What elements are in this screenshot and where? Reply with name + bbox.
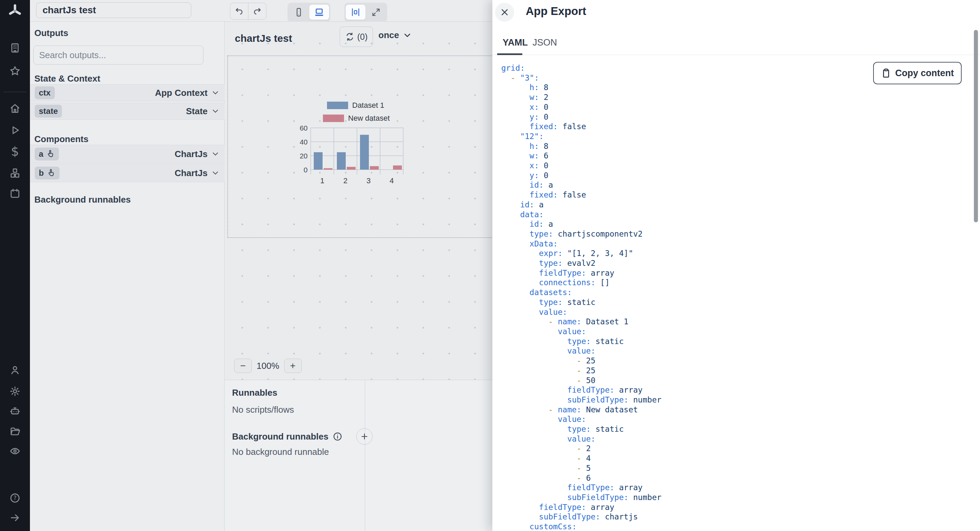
component-b-id: b — [39, 168, 44, 178]
chartjs-bar-chart: Dataset 1New dataset02040601234 — [297, 99, 412, 184]
windmill-logo[interactable] — [8, 3, 22, 18]
panel-divider — [365, 380, 365, 531]
search-outputs-input[interactable] — [33, 46, 204, 65]
component-a-badge: a — [35, 147, 59, 160]
refresh-button[interactable]: (0) — [340, 27, 373, 47]
hand-pointer-icon — [47, 169, 56, 178]
state-type-label: State — [186, 106, 208, 117]
eye-icon — [9, 445, 21, 457]
yaml-code-block: grid: - "3": h: 8 w: 2 x: 0 y: 0 fixed: … — [501, 63, 875, 531]
svg-text:3: 3 — [366, 176, 371, 184]
building-icon — [9, 42, 21, 54]
resources-button[interactable] — [9, 167, 21, 179]
robot-icon — [9, 405, 21, 417]
runnables-title: Runnables — [232, 388, 277, 398]
components-title: Components — [34, 134, 89, 144]
zoom-out-button[interactable]: − — [234, 359, 252, 373]
chevron-down-icon — [211, 107, 220, 116]
scrollbar-thumb[interactable] — [974, 30, 978, 222]
state-badge: state — [35, 105, 62, 117]
clipboard-icon — [881, 68, 891, 78]
refresh-mode-label: once — [379, 30, 399, 40]
outputs-panel: Outputs State & Context ctx App Context … — [30, 22, 224, 531]
background-runnables-title: Background runnables — [232, 431, 328, 442]
ctx-type-label: App Context — [155, 88, 208, 98]
canvas-app-title: chartJs test — [235, 33, 292, 44]
tab-json[interactable]: JSON — [533, 37, 557, 48]
refresh-mode-dropdown[interactable]: once — [379, 30, 412, 40]
collapse-rail-button[interactable] — [9, 512, 21, 523]
tab-yaml[interactable]: YAML — [503, 37, 528, 48]
redo-icon — [252, 6, 262, 16]
drawer-title: App Export — [526, 5, 586, 18]
background-runnables-title: Background runnables — [34, 195, 130, 205]
workspace-button[interactable] — [9, 42, 21, 54]
add-background-runnable-button[interactable] — [356, 428, 372, 445]
app-title-input[interactable] — [36, 2, 191, 18]
schedules-button[interactable] — [9, 188, 21, 199]
runs-button[interactable] — [9, 124, 21, 136]
redo-button[interactable] — [248, 3, 266, 19]
expand-icon — [371, 7, 381, 17]
hand-pointer-icon — [46, 150, 55, 159]
svg-text:?: ? — [13, 495, 16, 501]
undo-button[interactable] — [231, 3, 248, 19]
undo-icon — [234, 6, 244, 16]
fullscreen-button[interactable] — [366, 5, 386, 20]
gear-icon — [9, 385, 21, 397]
svg-text:4: 4 — [390, 176, 394, 184]
copy-content-button[interactable]: Copy content — [873, 62, 962, 84]
component-row-a[interactable]: a ChartJs — [30, 145, 224, 163]
svg-text:20: 20 — [300, 152, 308, 160]
chevron-down-icon — [211, 150, 220, 159]
svg-text:1: 1 — [320, 176, 324, 184]
user-icon — [9, 365, 21, 376]
settings-button[interactable] — [9, 385, 21, 397]
svg-text:2: 2 — [343, 176, 347, 184]
svg-text:60: 60 — [300, 124, 308, 132]
device-toggle — [288, 3, 331, 22]
close-drawer-button[interactable] — [495, 3, 514, 22]
desktop-view-button[interactable] — [309, 5, 329, 20]
layout-toggle — [344, 3, 387, 22]
chevron-down-icon — [402, 30, 412, 40]
left-rail: $ ? — [0, 0, 30, 531]
state-context-title: State & Context — [34, 73, 100, 84]
star-icon — [9, 65, 21, 77]
close-icon — [500, 8, 509, 17]
user-button[interactable] — [9, 365, 21, 376]
calendar-icon — [9, 188, 21, 199]
folders-button[interactable] — [9, 426, 21, 437]
component-b-badge: b — [35, 166, 60, 179]
chevron-down-icon — [211, 89, 220, 97]
svg-text:Dataset 1: Dataset 1 — [352, 101, 384, 109]
folder-icon — [9, 426, 21, 437]
output-row-ctx[interactable]: ctx App Context — [30, 84, 224, 101]
help-button[interactable]: ? — [9, 492, 21, 504]
mobile-view-button[interactable] — [289, 5, 309, 20]
canvas-zoom-bar: − 100% + — [234, 359, 302, 373]
mobile-icon — [294, 7, 304, 17]
center-layout-button[interactable] — [346, 5, 366, 20]
desktop-icon — [314, 7, 324, 17]
rail-divider — [3, 92, 27, 92]
component-a-id: a — [39, 149, 43, 159]
variables-button[interactable]: $ — [9, 146, 21, 157]
home-button[interactable] — [9, 103, 21, 114]
component-row-b[interactable]: b ChartJs — [30, 164, 224, 182]
workers-button[interactable] — [9, 405, 21, 417]
zoom-in-button[interactable]: + — [284, 359, 302, 373]
svg-text:$: $ — [11, 146, 19, 157]
zoom-level: 100% — [256, 361, 279, 371]
arrow-right-icon — [9, 512, 21, 523]
favorites-button[interactable] — [9, 65, 21, 77]
cubes-icon — [9, 167, 21, 179]
output-row-state[interactable]: state State — [30, 103, 224, 120]
plus-icon — [360, 432, 369, 441]
background-runnables-header: Background runnables — [232, 428, 372, 445]
background-runnables-empty-text: No background runnable — [232, 447, 329, 457]
audit-button[interactable] — [9, 445, 21, 457]
active-tab-underline — [497, 53, 522, 55]
svg-text:New dataset: New dataset — [348, 114, 390, 122]
copy-content-label: Copy content — [895, 68, 954, 79]
